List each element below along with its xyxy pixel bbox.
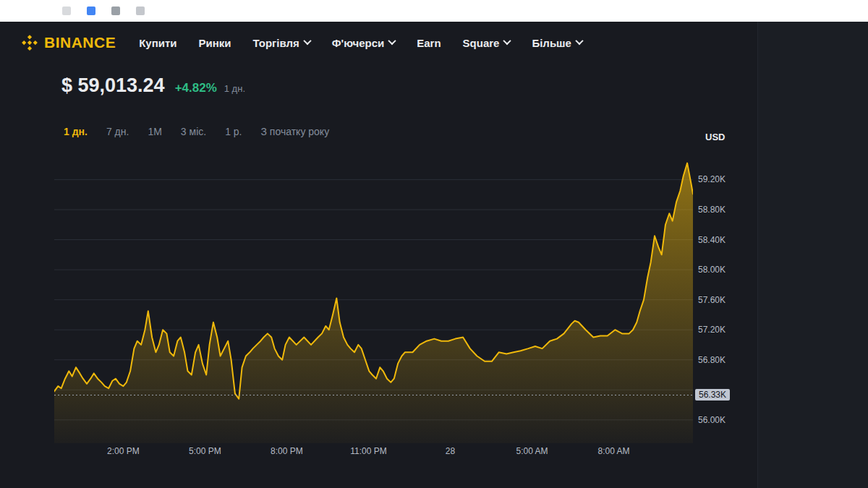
browser-chrome-strip <box>0 0 868 22</box>
x-axis-label-7: 8:00 AM <box>587 446 641 456</box>
binance-diamond-icon <box>20 33 39 52</box>
range-tab-2[interactable]: 7 дн. <box>106 126 129 137</box>
axis-unit-label: USD <box>705 132 725 142</box>
y-axis-label-56.80K: 56.80K <box>698 355 736 365</box>
x-axis-label-1: 2:00 PM <box>96 446 150 456</box>
browser-icon-1[interactable] <box>62 7 71 15</box>
price-chart[interactable] <box>54 152 693 443</box>
nav-item-3[interactable]: Торгівля <box>253 37 310 49</box>
x-axis-label-4: 11:00 PM <box>341 446 395 456</box>
chevron-down-icon <box>575 36 583 44</box>
nav-item-4[interactable]: Ф'ючерси <box>332 37 395 49</box>
nav-item-5[interactable]: Earn <box>417 37 441 49</box>
range-tab-6[interactable]: З початку року <box>261 126 330 137</box>
range-tab-3[interactable]: 1M <box>148 126 161 137</box>
nav-item-1[interactable]: Купити <box>139 37 176 49</box>
browser-icon-4[interactable] <box>136 7 145 15</box>
x-axis-label-6: 5:00 AM <box>505 446 558 456</box>
price-header: $ 59,013.24 +4.82% 1 дн. <box>61 74 245 97</box>
chevron-down-icon <box>388 36 396 44</box>
x-axis-label-2: 5:00 PM <box>178 446 231 456</box>
range-tab-5[interactable]: 1 р. <box>225 126 242 137</box>
y-axis-label-57.20K: 57.20K <box>698 325 736 335</box>
price-change-percent: +4.82% <box>175 81 217 95</box>
browser-icon-3[interactable] <box>111 7 120 15</box>
top-navigation-bar: BINANCE КупитиРинкиТоргівляФ'ючерсиEarnS… <box>0 22 868 64</box>
y-axis-label-59.20K: 59.20K <box>698 174 736 184</box>
y-axis-label-58.00K: 58.00K <box>698 265 736 275</box>
y-axis-label-57.60K: 57.60K <box>698 295 736 305</box>
time-range-tabs: 1 дн.7 дн.1M3 міс.1 р.З початку року <box>64 126 329 137</box>
baseline-price-badge: 56.33K <box>695 389 730 401</box>
browser-icon-2[interactable] <box>87 7 95 15</box>
nav-item-6[interactable]: Square <box>463 37 511 49</box>
y-axis-label-56.00K: 56.00K <box>698 415 736 425</box>
range-tab-4[interactable]: 3 міс. <box>181 126 206 137</box>
x-axis-label-5: 28 <box>423 446 477 456</box>
range-tab-1[interactable]: 1 дн. <box>64 126 88 137</box>
nav-item-7[interactable]: Більше <box>532 37 582 49</box>
current-price: $ 59,013.24 <box>61 74 165 97</box>
binance-page: BINANCE КупитиРинкиТоргівляФ'ючерсиEarnS… <box>0 0 868 488</box>
binance-wordmark: BINANCE <box>44 34 116 51</box>
right-side-panel <box>757 22 868 488</box>
x-axis-label-3: 8:00 PM <box>260 446 313 456</box>
main-nav: КупитиРинкиТоргівляФ'ючерсиEarnSquareБіл… <box>139 37 582 49</box>
y-axis-label-58.40K: 58.40K <box>698 235 736 245</box>
chevron-down-icon <box>303 36 311 44</box>
price-period-label: 1 дн. <box>224 83 245 94</box>
chevron-down-icon <box>503 36 511 44</box>
nav-item-2[interactable]: Ринки <box>199 37 231 49</box>
y-axis-label-58.80K: 58.80K <box>698 205 736 215</box>
binance-logo[interactable]: BINANCE <box>20 33 116 52</box>
